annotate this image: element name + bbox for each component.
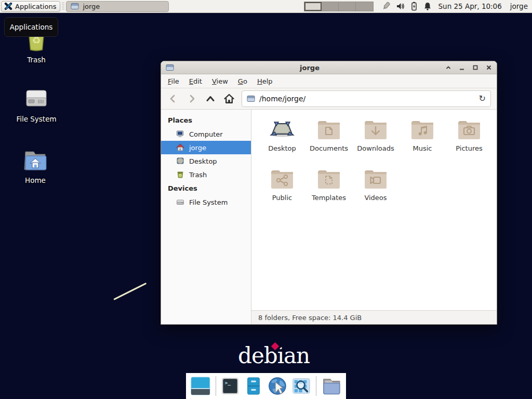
forward-button[interactable]	[185, 92, 198, 105]
sidebar-item-label: Computer	[189, 130, 223, 138]
home-folder-icon	[21, 149, 49, 172]
sidebar-header-places: Places	[161, 113, 251, 127]
file-music[interactable]: Music	[399, 116, 446, 165]
workspace-1[interactable]	[304, 2, 322, 11]
desktop-icon-file-system[interactable]: File System	[7, 87, 65, 123]
public-folder-icon	[270, 168, 295, 190]
applications-menu-label: Applications	[15, 3, 56, 10]
desktop-icon-label: Trash	[27, 56, 46, 64]
trash-icon: ♻	[176, 170, 184, 179]
file-manager-icon[interactable]	[321, 376, 342, 396]
reload-icon[interactable]: ↻	[479, 95, 486, 103]
sidebar-item-desktop[interactable]: Desktop	[161, 154, 251, 168]
file-videos[interactable]: Videos	[352, 165, 399, 215]
bottom-dock: >_	[186, 373, 346, 399]
workspace-3[interactable]	[339, 2, 356, 11]
file-label: Documents	[310, 144, 348, 152]
menu-view[interactable]: View	[212, 77, 228, 85]
desktop-icon-label: File System	[16, 115, 56, 123]
sidebar-item-label: Desktop	[189, 157, 217, 165]
maximize-button[interactable]	[472, 64, 478, 71]
home-button[interactable]	[223, 92, 235, 105]
pictures-folder-icon	[457, 119, 482, 141]
sidebar-item-label: File System	[189, 198, 228, 206]
hard-drive-icon	[23, 87, 50, 111]
panel-clock[interactable]: Sun 25 Apr, 10:06	[438, 2, 502, 10]
templates-folder-icon	[316, 168, 341, 190]
system-tray	[381, 1, 432, 11]
file-cabinet-icon[interactable]	[244, 376, 263, 396]
volume-icon[interactable]	[396, 2, 405, 11]
taskbar-window-button[interactable]: jorge	[66, 1, 169, 12]
applications-menu-button[interactable]: Applications	[1, 1, 60, 12]
minimize-button[interactable]	[459, 64, 465, 71]
desktop-icon-home[interactable]: Home	[6, 149, 64, 184]
drive-icon	[176, 198, 184, 206]
top-panel: Applications jorge	[0, 0, 532, 13]
file-grid: Desktop Documents	[251, 110, 497, 310]
debian-logo: debian	[238, 343, 310, 368]
close-button[interactable]	[486, 64, 492, 71]
file-label: Templates	[312, 194, 346, 202]
sidebar-item-label: Trash	[189, 171, 207, 179]
documents-folder-icon	[316, 119, 341, 141]
shade-button[interactable]	[445, 64, 451, 71]
sidebar-item-trash[interactable]: ♻ Trash	[161, 168, 251, 181]
file-manager-window: jorge File Edit View Go Help	[161, 61, 497, 325]
sidebar-item-computer[interactable]: Computer	[161, 127, 251, 141]
file-label: Music	[413, 144, 432, 152]
terminal-icon[interactable]: >_	[221, 376, 240, 396]
web-browser-icon[interactable]	[268, 376, 287, 396]
toolbar: ↻	[161, 88, 497, 110]
sidebar-item-label: jorge	[189, 144, 206, 152]
menu-file[interactable]: File	[168, 77, 179, 85]
file-desktop[interactable]: Desktop	[259, 116, 305, 165]
places-sidebar: Places Computer jorge	[161, 110, 251, 324]
file-public[interactable]: Public	[259, 165, 305, 215]
window-title: jorge	[177, 64, 442, 72]
xfce-logo-icon	[4, 2, 12, 10]
file-label: Public	[272, 194, 292, 202]
home-icon	[176, 143, 184, 152]
file-label: Desktop	[268, 144, 296, 152]
sidebar-header-devices: Devices	[161, 181, 251, 195]
desktop-icon	[176, 157, 184, 165]
desktop-icon-label: Home	[25, 176, 46, 184]
downloads-folder-icon	[363, 119, 388, 141]
applications-tooltip: Applications	[4, 17, 58, 37]
window-folder-icon	[166, 64, 174, 71]
file-pictures[interactable]: Pictures	[446, 116, 493, 165]
up-button[interactable]	[204, 92, 217, 105]
panel-username[interactable]: jorge	[510, 2, 528, 10]
music-folder-icon	[410, 119, 435, 141]
location-folder-icon	[247, 95, 255, 102]
workspace-2[interactable]	[322, 2, 339, 11]
workspace-switcher[interactable]	[304, 2, 374, 11]
taskbar-window-label: jorge	[83, 3, 100, 10]
show-desktop-icon[interactable]	[190, 376, 211, 396]
application-finder-icon[interactable]	[291, 376, 311, 396]
file-documents[interactable]: Documents	[305, 116, 352, 165]
file-templates[interactable]: Templates	[305, 165, 352, 215]
stylus-icon[interactable]	[381, 1, 391, 11]
statusbar: 8 folders, Free space: 14.4 GiB	[251, 310, 497, 324]
file-label: Pictures	[456, 144, 482, 152]
location-bar[interactable]: ↻	[242, 90, 491, 107]
sidebar-item-jorge[interactable]: jorge	[161, 141, 251, 154]
panel-handle[interactable]	[62, 3, 64, 10]
battery-charging-icon[interactable]	[410, 2, 418, 11]
menu-edit[interactable]: Edit	[189, 77, 202, 85]
dock-separator	[216, 376, 216, 396]
back-button[interactable]	[167, 92, 179, 105]
svg-text:♻: ♻	[179, 174, 182, 178]
window-titlebar[interactable]: jorge	[161, 61, 497, 74]
file-downloads[interactable]: Downloads	[352, 116, 399, 165]
menu-help[interactable]: Help	[257, 77, 273, 85]
svg-text:>_: >_	[224, 380, 231, 385]
menu-go[interactable]: Go	[238, 77, 247, 85]
notifications-bell-icon[interactable]	[423, 2, 432, 11]
desktop-folder-icon	[270, 119, 295, 141]
sidebar-item-file-system[interactable]: File System	[161, 195, 251, 209]
workspace-4[interactable]	[356, 2, 373, 11]
location-input[interactable]	[259, 95, 475, 103]
